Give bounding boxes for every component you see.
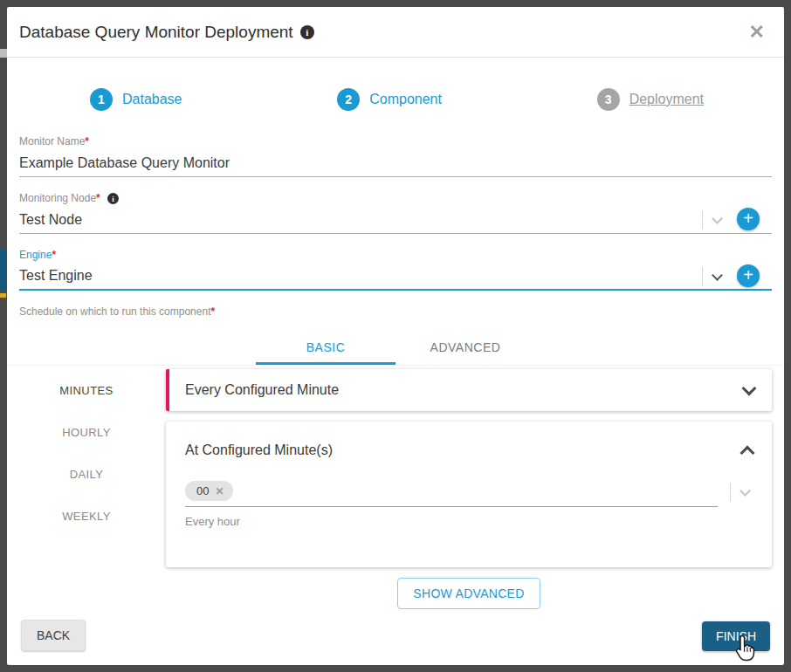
- tab-advanced[interactable]: ADVANCED: [396, 332, 535, 365]
- tab-basic[interactable]: BASIC: [256, 332, 396, 365]
- finish-button[interactable]: FINISH: [702, 621, 770, 651]
- chevron-down-icon: [742, 381, 757, 395]
- background-page-fragment: [0, 249, 7, 291]
- monitoring-node-select[interactable]: Test Node +: [19, 206, 772, 234]
- wizard-stepper: 1 Database 2 Component 3 Deployment: [90, 88, 704, 111]
- panel-title: At Configured Minute(s): [185, 442, 333, 458]
- required-asterisk: *: [210, 305, 215, 318]
- minute-chip: 00 ✕: [185, 481, 233, 501]
- monitoring-node-label: Monitoring Node* i: [19, 192, 772, 204]
- schedule-hint: Every hour: [185, 515, 753, 528]
- add-node-button[interactable]: +: [737, 208, 760, 230]
- add-engine-button[interactable]: +: [737, 264, 760, 287]
- step-number-badge: 1: [90, 88, 113, 111]
- modal-header: Database Query Monitor Deployment i ✕: [7, 7, 784, 58]
- configured-minutes-header[interactable]: At Configured Minute(s): [185, 442, 753, 458]
- rail-item-daily[interactable]: DAILY: [7, 453, 166, 495]
- step-deployment[interactable]: 3 Deployment: [597, 88, 704, 111]
- divider: [702, 267, 703, 286]
- label-text: Schedule on which to run this component: [19, 305, 210, 318]
- info-icon[interactable]: i: [107, 193, 119, 204]
- step-number-badge: 2: [337, 88, 360, 111]
- background-page-fragment: [0, 293, 6, 298]
- chip-remove-icon[interactable]: ✕: [215, 485, 224, 497]
- chevron-down-icon: [712, 270, 723, 281]
- step-label: Database: [122, 92, 182, 107]
- monitor-name-value: Example Database Query Monitor: [19, 155, 230, 171]
- chevron-down-icon: [712, 213, 723, 224]
- label-text: Monitoring Node: [19, 192, 96, 204]
- back-button[interactable]: BACK: [21, 620, 86, 651]
- dropdown-indicator[interactable]: [702, 268, 721, 285]
- step-label: Deployment: [629, 92, 704, 107]
- show-advanced-button[interactable]: SHOW ADVANCED: [397, 578, 540, 609]
- schedule-rail: MINUTES HOURLY DAILY WEEKLY: [7, 369, 166, 609]
- engine-field: Engine* Test Engine +: [19, 249, 772, 291]
- divider: [702, 210, 703, 230]
- step-number-badge: 3: [597, 88, 620, 111]
- engine-value: Test Engine: [19, 268, 93, 284]
- monitor-name-field: Monitor Name* Example Database Query Mon…: [19, 135, 772, 177]
- chevron-up-icon: [740, 446, 755, 461]
- schedule-content: Every Configured Minute At Configured Mi…: [166, 369, 772, 609]
- schedule-body: MINUTES HOURLY DAILY WEEKLY Every Config…: [7, 369, 784, 609]
- step-component[interactable]: 2 Component: [337, 88, 442, 111]
- minutes-chip-input[interactable]: 00 ✕: [185, 481, 753, 507]
- label-text: Engine: [19, 249, 52, 261]
- minute-mode-value: Every Configured Minute: [185, 382, 339, 398]
- schedule-tabs: BASIC ADVANCED: [7, 332, 784, 366]
- step-database[interactable]: 1 Database: [90, 88, 182, 111]
- modal-title: Database Query Monitor Deployment: [19, 23, 293, 42]
- rail-item-hourly[interactable]: HOURLY: [7, 411, 166, 453]
- rail-item-weekly[interactable]: WEEKLY: [7, 495, 166, 537]
- engine-select[interactable]: Test Engine +: [19, 263, 772, 291]
- chevron-down-icon: [739, 485, 751, 497]
- close-icon[interactable]: ✕: [749, 23, 765, 42]
- dropdown-indicator[interactable]: [702, 211, 721, 229]
- engine-label: Engine*: [19, 249, 772, 261]
- background-page-fragment: [0, 49, 7, 58]
- required-asterisk: *: [52, 249, 56, 261]
- chip-area[interactable]: 00 ✕: [185, 481, 718, 507]
- label-text: Monitor Name: [19, 135, 85, 147]
- divider: [730, 483, 731, 502]
- chip-value: 00: [196, 484, 209, 497]
- monitor-name-input[interactable]: Example Database Query Monitor: [19, 149, 772, 177]
- monitoring-node-value: Test Node: [19, 212, 82, 228]
- monitor-name-label: Monitor Name*: [19, 135, 772, 147]
- show-advanced-wrap: SHOW ADVANCED: [166, 578, 772, 609]
- configured-minutes-panel: At Configured Minute(s) 00 ✕ E: [166, 422, 772, 567]
- required-asterisk: *: [96, 192, 100, 204]
- schedule-section-label: Schedule on which to run this component*: [7, 305, 784, 318]
- form-fields: Monitor Name* Example Database Query Mon…: [7, 135, 784, 291]
- info-icon[interactable]: i: [300, 25, 314, 39]
- monitoring-node-field: Monitoring Node* i Test Node +: [19, 192, 772, 234]
- step-label: Component: [369, 92, 442, 107]
- deployment-wizard-modal: Database Query Monitor Deployment i ✕ 1 …: [7, 7, 784, 665]
- minute-mode-dropdown[interactable]: Every Configured Minute: [166, 369, 772, 411]
- dropdown-indicator[interactable]: [718, 483, 753, 507]
- rail-item-minutes[interactable]: MINUTES: [7, 369, 166, 411]
- required-asterisk: *: [85, 135, 89, 147]
